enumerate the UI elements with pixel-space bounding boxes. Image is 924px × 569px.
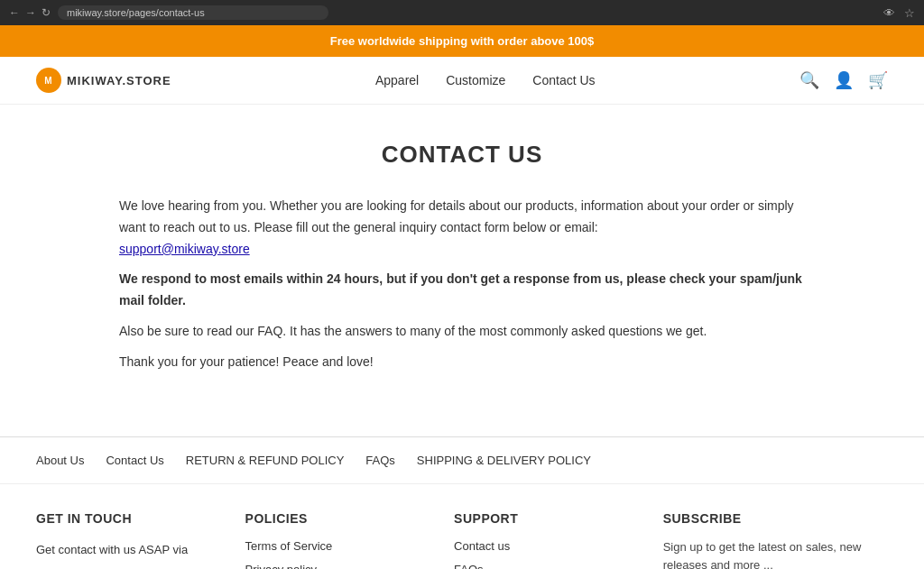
header-icons: 🔍 👤 🛒: [799, 70, 888, 90]
address-bar[interactable]: mikiway.store/pages/contact-us: [58, 5, 328, 20]
subscribe-heading: SUBSCRIBE: [663, 511, 888, 526]
announcement-text: Free worldwide shipping with order above…: [330, 34, 595, 48]
intro-text: We love hearing from you. Whether you ar…: [119, 196, 805, 260]
footer-main: GET IN TOUCH Get contact with us ASAP vi…: [0, 483, 924, 569]
policy-privacy[interactable]: Privacy policy: [245, 563, 317, 569]
touch-line1: Get contact with us ASAP via email: [36, 538, 218, 569]
footer-policies: POLICIES Terms of Service Privacy policy…: [245, 511, 428, 569]
list-item: Terms of Service: [245, 538, 428, 553]
footer-link-shipping-policy[interactable]: SHIPPING & DELIVERY POLICY: [417, 454, 591, 467]
favorite-icon[interactable]: ☆: [904, 6, 915, 20]
list-item: Privacy policy: [245, 562, 428, 569]
refresh-icon[interactable]: ↻: [42, 6, 51, 19]
get-in-touch-heading: GET IN TOUCH: [36, 511, 218, 526]
policies-heading: POLICIES: [245, 511, 428, 526]
back-icon[interactable]: ←: [9, 6, 20, 19]
support-list: Contact us FAQs: [454, 538, 636, 569]
footer-subscribe: SUBSCRIBE Sign up to get the latest on s…: [663, 511, 888, 569]
logo-icon: M: [36, 68, 61, 93]
logo-text: MIKIWAY.STORE: [67, 74, 171, 87]
main-nav: Apparel Customize Contact Us: [375, 73, 596, 87]
nav-contact-us[interactable]: Contact Us: [532, 73, 595, 87]
get-in-touch-items: Get contact with us ASAP via email We wi…: [36, 538, 218, 569]
page-title: CONTACT US: [119, 141, 805, 169]
subscribe-description: Sign up to get the latest on sales, new …: [663, 538, 888, 569]
logo[interactable]: M MIKIWAY.STORE: [36, 68, 171, 93]
footer-support: SUPPORT Contact us FAQs: [454, 511, 636, 569]
thanks-text: Thank you for your patience! Peace and l…: [119, 352, 805, 373]
footer-nav: About Us Contact Us RETURN & REFUND POLI…: [0, 436, 924, 483]
main-content: CONTACT US We love hearing from you. Whe…: [101, 105, 823, 436]
site-header: M MIKIWAY.STORE Apparel Customize Contac…: [0, 57, 924, 105]
announcement-bar: Free worldwide shipping with order above…: [0, 25, 924, 57]
footer-link-about-us[interactable]: About Us: [36, 454, 84, 467]
list-item: Contact us: [454, 538, 636, 553]
nav-customize[interactable]: Customize: [446, 73, 505, 87]
support-heading: SUPPORT: [454, 511, 636, 526]
spam-warning: We respond to most emails within 24 hour…: [119, 269, 805, 312]
account-icon[interactable]: 👤: [834, 70, 854, 90]
support-contact[interactable]: Contact us: [454, 539, 510, 553]
faq-note: Also be sure to read our FAQ. It has the…: [119, 321, 805, 343]
nav-apparel[interactable]: Apparel: [375, 73, 419, 87]
policies-list: Terms of Service Privacy policy Shipping…: [245, 538, 428, 569]
footer-link-contact-us[interactable]: Contact Us: [106, 454, 163, 467]
footer-link-refund-policy[interactable]: RETURN & REFUND POLICY: [186, 454, 345, 467]
list-item: FAQs: [454, 562, 636, 569]
search-icon[interactable]: 🔍: [799, 70, 819, 90]
contact-body: We love hearing from you. Whether you ar…: [119, 196, 805, 373]
support-faqs[interactable]: FAQs: [454, 563, 484, 569]
email-link[interactable]: support@mikiway.store: [119, 242, 250, 256]
cart-icon[interactable]: 🛒: [868, 70, 888, 90]
browser-bar: ← → ↻ mikiway.store/pages/contact-us 👁 ☆: [0, 0, 924, 25]
forward-icon[interactable]: →: [25, 6, 36, 19]
footer-get-in-touch: GET IN TOUCH Get contact with us ASAP vi…: [36, 511, 218, 569]
browser-controls: ← → ↻: [9, 6, 51, 19]
privacy-icon: 👁: [883, 6, 895, 20]
browser-actions: 👁 ☆: [883, 6, 915, 20]
footer-link-faqs[interactable]: FAQs: [365, 454, 395, 467]
policy-terms[interactable]: Terms of Service: [245, 539, 333, 553]
